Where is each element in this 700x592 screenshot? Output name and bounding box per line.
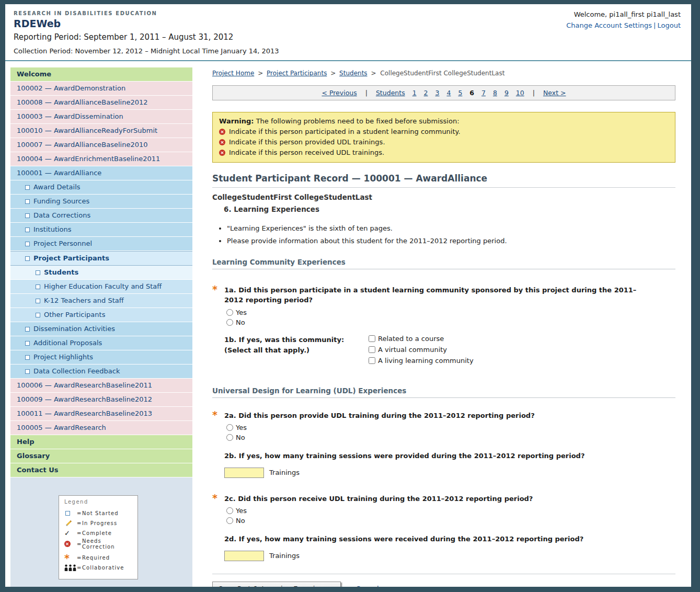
trainings-provided-input[interactable]: [224, 468, 264, 478]
sidebar-item-project-participants[interactable]: Project Participants: [10, 251, 192, 266]
sidebar-award-100003[interactable]: 100003 — AwardDissemination: [10, 110, 192, 124]
next-page-link[interactable]: Next >: [543, 89, 566, 97]
q1a-no-option[interactable]: No: [226, 318, 675, 326]
sidebar-item-data-corrections[interactable]: Data Corrections: [10, 209, 192, 223]
q2c-no-radio[interactable]: [226, 517, 233, 524]
q1b-virtual-checkbox[interactable]: [369, 346, 375, 353]
legend-label: Needs Correction: [82, 538, 133, 550]
legend-row-collaborative: = Collaborative: [64, 563, 133, 573]
question-2b: 2b. If yes, how many training sessions w…: [212, 451, 675, 461]
page-link-10[interactable]: 10: [516, 89, 524, 97]
question-1b-label: 1b. If yes, was this community: (Select …: [224, 335, 369, 368]
sidebar-item-award-details[interactable]: Award Details: [10, 180, 192, 195]
warning-intro: The following problems need to be fixed …: [256, 117, 460, 125]
sidebar-award-100010[interactable]: 100010 — AwardAllianceReadyForSubmit: [10, 124, 192, 138]
sidebar-award-100005[interactable]: 100005 — AwardResearch: [10, 421, 192, 435]
pagination-bar: < Previous | Students 1 2 3 4 5 6 7 8 9 …: [212, 85, 675, 100]
not-started-icon: [36, 284, 40, 289]
change-account-settings-link[interactable]: Change Account Settings: [566, 21, 652, 29]
legend-equals: =: [77, 510, 82, 516]
question-2a: * 2a. Did this person provide UDL traini…: [212, 411, 675, 421]
sidebar-item-label: Other Participants: [44, 311, 105, 318]
required-icon: *: [212, 286, 217, 292]
sidebar-item-help[interactable]: Help: [10, 435, 192, 449]
q1a-yes-option[interactable]: Yes: [226, 309, 675, 316]
sidebar-item-additional-proposals[interactable]: Additional Proposals: [10, 336, 192, 350]
sidebar-award-100011[interactable]: 100011 — AwardResearchBaseline2013: [10, 407, 192, 421]
account-links-separator: |: [653, 21, 656, 29]
sidebar-item-contact-us[interactable]: Contact Us: [10, 463, 192, 477]
section-heading-community: Learning Community Experiences: [212, 258, 675, 269]
page: RESEARCH IN DISABILITIES EDUCATION RDEWe…: [5, 4, 691, 587]
page-link-3[interactable]: 3: [435, 89, 440, 97]
q1a-yes-radio[interactable]: [226, 309, 233, 316]
sidebar-award-100009[interactable]: 100009 — AwardResearchBaseline2012: [10, 393, 192, 407]
q1b-option-course[interactable]: Related to a course: [369, 335, 474, 343]
question-1b-text: 1b. If yes, was this community:: [224, 335, 369, 345]
warning-item: × Indicate if this person provided UDL t…: [219, 138, 669, 146]
not-started-icon: [36, 270, 40, 275]
sidebar-item-students[interactable]: Students: [10, 266, 192, 280]
sidebar-item-data-collection-feedback[interactable]: Data Collection Feedback: [10, 365, 192, 379]
record-title: Student Participant Record — 100001 — Aw…: [212, 173, 675, 188]
q2a-yes-radio[interactable]: [226, 424, 233, 431]
q1b-option-virtual[interactable]: A virtual community: [369, 346, 474, 354]
sidebar-item-funding-sources[interactable]: Funding Sources: [10, 195, 192, 209]
sidebar-item-project-highlights[interactable]: Project Highlights: [10, 350, 192, 365]
trainings-received-input[interactable]: [224, 551, 264, 561]
save-button[interactable]: Save Part 6: Learning Experiences: [212, 582, 341, 587]
sidebar-item-glossary[interactable]: Glossary: [10, 449, 192, 463]
q2c-yes-radio[interactable]: [226, 507, 233, 514]
page-link-5[interactable]: 5: [458, 89, 462, 97]
question-2b-text: 2b. If yes, how many training sessions w…: [224, 452, 584, 460]
error-icon: ×: [219, 139, 225, 145]
sidebar-award-100006[interactable]: 100006 — AwardResearchBaseline2011: [10, 379, 192, 393]
sidebar-award-100001[interactable]: 100001 — AwardAlliance: [10, 166, 192, 180]
sidebar-item-label: Additional Proposals: [33, 339, 102, 347]
sidebar-award-100004[interactable]: 100004 — AwardEnrichmentBaseline2011: [10, 152, 192, 166]
record-page-heading: 6. Learning Experiences: [224, 205, 675, 213]
sidebar-item-dissemination-activities[interactable]: Dissemination Activities: [10, 322, 192, 336]
q2c-no-option[interactable]: No: [226, 517, 675, 525]
cancel-link[interactable]: Cancel: [355, 585, 378, 587]
q1b-course-checkbox[interactable]: [369, 335, 375, 342]
q1b-living-checkbox[interactable]: [369, 357, 375, 364]
breadcrumb-students[interactable]: Students: [339, 70, 368, 77]
students-pages-link[interactable]: Students: [376, 89, 405, 97]
page-link-1[interactable]: 1: [412, 89, 417, 97]
q1b-option-living[interactable]: A living learning community: [369, 357, 474, 365]
logout-link[interactable]: Logout: [657, 21, 681, 29]
sidebar-item-welcome[interactable]: Welcome: [10, 67, 192, 82]
sidebar-item-label: Students: [44, 269, 78, 276]
warning-item: × Indicate if this person received UDL t…: [219, 149, 669, 156]
sidebar-award-100002[interactable]: 100002 — AwardDemonstration: [10, 82, 192, 96]
sidebar-item-higher-ed-faculty-staff[interactable]: Higher Education Faculty and Staff: [10, 280, 192, 294]
breadcrumb-project-home[interactable]: Project Home: [212, 70, 254, 77]
previous-page-link[interactable]: < Previous: [322, 89, 357, 97]
q2a-no-option[interactable]: No: [226, 434, 675, 441]
legend-label: In Progress: [82, 520, 133, 526]
sidebar-award-100008[interactable]: 100008 — AwardAllianceBaseline2012: [10, 96, 192, 110]
page-link-4[interactable]: 4: [446, 89, 451, 97]
sidebar-item-label: Project Personnel: [33, 240, 92, 247]
sidebar-item-institutions[interactable]: Institutions: [10, 223, 192, 237]
sidebar-item-project-personnel[interactable]: Project Personnel: [10, 237, 192, 251]
page-link-9[interactable]: 9: [504, 89, 509, 97]
sidebar-award-100007[interactable]: 100007 — AwardAllianceBaseline2010: [10, 138, 192, 152]
page-link-7[interactable]: 7: [481, 89, 486, 97]
not-started-icon: [25, 341, 30, 346]
q2a-yes-option[interactable]: Yes: [226, 424, 675, 431]
page-link-8[interactable]: 8: [493, 89, 497, 97]
breadcrumb-project-participants[interactable]: Project Participants: [267, 70, 327, 77]
page-link-2[interactable]: 2: [424, 89, 428, 97]
sidebar-item-k12-teachers-staff[interactable]: K-12 Teachers and Staff: [10, 294, 192, 308]
error-icon: ×: [219, 129, 225, 135]
sidebar-item-label: Dissemination Activities: [33, 325, 115, 333]
q1a-yes-label: Yes: [236, 309, 247, 316]
q2a-no-radio[interactable]: [226, 434, 233, 441]
legend-equals: =: [77, 565, 82, 571]
instruction-item: "Learning Experiences" is the sixth of t…: [227, 224, 675, 234]
q1a-no-radio[interactable]: [226, 319, 233, 326]
q2c-yes-option[interactable]: Yes: [226, 507, 675, 515]
sidebar-item-other-participants[interactable]: Other Participants: [10, 308, 192, 322]
